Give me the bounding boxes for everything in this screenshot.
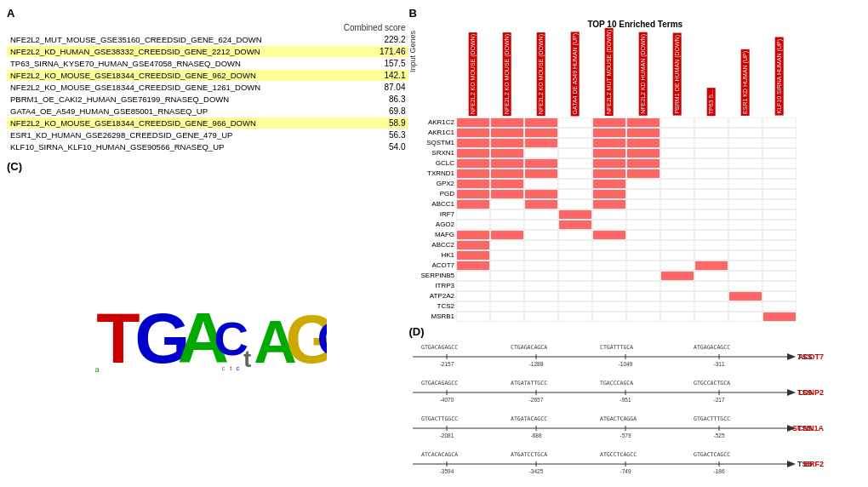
gene-table: NFE2L2_MUT_MOUSE_GSE35160_CREEDSID_GENE_… [7,34,408,152]
heatmap-cell [762,209,797,220]
heatmap-grid-row [456,158,797,169]
heatmap-cell [660,301,694,312]
gene-name: NFE2L2_KO_MOUSE_GSE18344_CREEDSID_GENE_9… [10,118,363,128]
gene-row: ESR1_KD_HUMAN_GSE26298_CREEDSID_GENE_479… [7,129,408,140]
heatmap-row-label: ATP2A2 [420,291,454,301]
gene-name: NFE2L2_KD_HUMAN_GSE38332_CREEDSID_GENE_2… [10,47,363,56]
heatmap-cell [728,179,762,189]
heatmap-cell [660,117,694,128]
heatmap-col-label: GATA4 DE A549 HUMAN (UP) [571,32,580,116]
heatmap-cell [558,148,592,158]
are-svg: TSSLONP2GTGACAGAGCC-4070ARE-4ATGATATTGCC… [408,377,825,404]
heatmap-cell [592,158,626,169]
heatmap-cell [456,312,490,322]
heatmap-cell [558,199,592,209]
svg-text:-3594: -3594 [440,468,454,474]
gene-score: 86.3 [363,95,405,104]
heatmap-col-label-wrapper: KLF10 SIRNA HUMAN (UP) [762,37,797,116]
gene-name: ESR1_KD_HUMAN_GSE26298_CREEDSID_GENE_479… [10,130,363,140]
heatmap-cell [490,281,524,291]
svg-text:c: c [222,364,226,372]
gene-score: 142.1 [363,71,405,80]
heatmap-cell [456,117,490,128]
panel-d-label: (D) [408,325,861,338]
svg-text:SCNN1A: SCNN1A [792,424,825,433]
svg-text:GTGACAGAGCC: GTGACAGAGCC [421,344,458,351]
heatmap-cell [524,230,558,240]
svg-text:a: a [95,365,100,374]
heatmap-cell [490,158,524,169]
svg-text:-1288: -1288 [529,361,544,367]
heatmap-grid-row [456,220,797,230]
heatmap-cell [694,291,728,301]
heatmap-cell [762,271,797,281]
heatmap-grid-row [456,291,797,301]
heatmap-cell [524,179,558,189]
heatmap-cell [558,301,592,312]
heatmap-cell [456,291,490,301]
heatmap-cell [626,138,660,148]
heatmap-grid-row [456,261,797,271]
gene-name: NFE2L2_KO_MOUSE_GSE18344_CREEDSID_GENE_1… [10,83,363,92]
heatmap-cell [728,128,762,138]
svg-text:c: c [237,364,240,372]
heatmap-cell [524,138,558,148]
heatmap-cell [694,148,728,158]
heatmap-content: NFE2L2 KO MOUSE (DOWN)NFE2L2 KO MOUSE (D… [456,31,797,322]
heatmap-cell [558,220,592,230]
heatmap-col-label: NFE2L2 KO MOUSE (DOWN) [503,32,511,116]
heatmap-grid-row [456,138,797,148]
heatmap-cell [592,169,626,179]
panel-b-label: B [408,7,861,20]
heatmap-grid-row [456,250,797,261]
svg-text:GTGCCACTGCA: GTGCCACTGCA [694,380,730,387]
heatmap-cell [626,148,660,158]
heatmap-cell [592,312,626,322]
are-svg: TSSBRF2ATCACACAGCA-3594ARE-4ATGATCCTGCA-… [408,449,825,476]
heatmap-grid-row [456,179,797,189]
heatmap-cell [660,148,694,158]
heatmap-wrapper: AKR1C2AKR1C1SQSTM1SRXN1GCLCTXRND1GPX2PGD… [420,31,797,322]
score-header: Combined score [7,23,408,32]
heatmap-cell [558,179,592,189]
svg-text:-311: -311 [714,361,725,367]
heatmap-cell [762,220,797,230]
heatmap-cell [558,128,592,138]
gene-name: NFE2L2_MUT_MOUSE_GSE35160_CREEDSID_GENE_… [10,35,363,44]
heatmap-cell [660,209,694,220]
heatmap-cell [660,271,694,281]
gene-score: 58.9 [363,118,405,128]
heatmap-cell [592,199,626,209]
heatmap-cell [626,281,660,291]
svg-marker-13 [787,353,796,360]
heatmap-cell [762,128,797,138]
heatmap-cell [626,240,660,250]
heatmap-cell [762,138,797,148]
svg-text:-2657: -2657 [529,397,544,403]
heatmap-col-label-wrapper: NFE2L2 KO MOUSE (DOWN) [490,32,524,116]
gene-row: NFE2L2_KO_MOUSE_GSE18344_CREEDSID_GENE_1… [7,82,408,93]
heatmap-cell [694,312,728,322]
heatmap-cell [626,220,660,230]
panel-d: (D) TSSACOT7GTGACAGAGCC-2157ARE-4CTGAGAC… [408,325,861,484]
heatmap-cell [728,291,762,301]
heatmap-cell [762,240,797,250]
svg-text:-186: -186 [714,468,725,474]
heatmap-cell [524,209,558,220]
heatmap-cell [694,117,728,128]
heatmap-row-label: SERPINB5 [420,271,454,281]
heatmap-cell [524,128,558,138]
heatmap-col-label-wrapper: TP63 S... [694,88,728,116]
heatmap-cell [524,117,558,128]
heatmap-cell [626,158,660,169]
heatmap-grid-row [456,199,797,209]
heatmap-cell [456,261,490,271]
heatmap-cell [762,301,797,312]
heatmap-cell [558,189,592,199]
gene-score: 171.46 [363,47,405,56]
heatmap-cell [728,169,762,179]
heatmap-col-label: TP63 S... [707,88,716,116]
heatmap-cell [626,169,660,179]
heatmap-cell [694,169,728,179]
heatmap-cell [524,169,558,179]
